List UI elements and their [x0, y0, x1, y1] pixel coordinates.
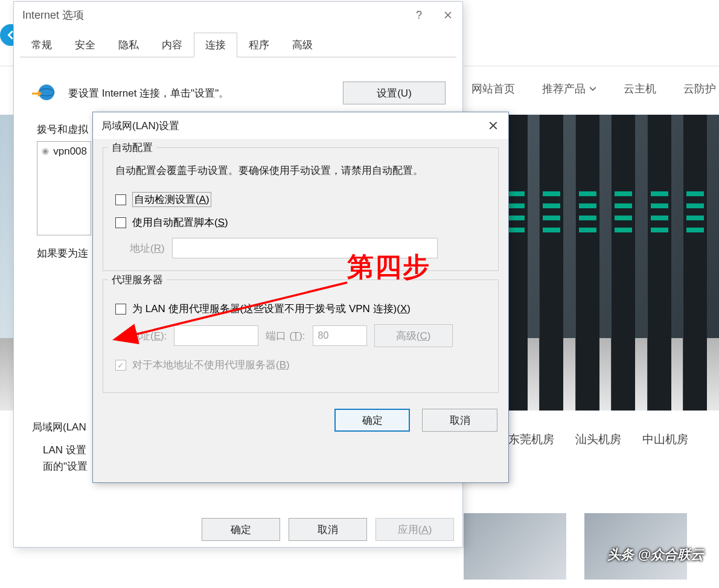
- nav-cloud-host[interactable]: 云主机: [624, 81, 656, 96]
- card-1[interactable]: [464, 513, 566, 580]
- lan-footer: 确定 取消: [93, 401, 508, 441]
- dialog-titlebar: Internet 选项 ?: [14, 2, 462, 28]
- bypass-local-label: 对于本地地址不使用代理服务器(B): [132, 358, 290, 372]
- parent-cancel-button[interactable]: 取消: [289, 518, 367, 541]
- lan-settings-dialog: 局域网(LAN)设置 自动配置 自动配置会覆盖手动设置。要确保使用手动设置，请禁…: [92, 112, 509, 483]
- auto-script-checkbox[interactable]: [115, 217, 126, 228]
- nav-cloud-protect[interactable]: 云防护: [683, 81, 716, 96]
- svg-point-3: [44, 150, 47, 153]
- tab-general[interactable]: 常规: [20, 33, 63, 57]
- dc-dongguan[interactable]: 东莞机房: [508, 432, 554, 447]
- auto-detect-checkbox[interactable]: [115, 194, 126, 205]
- lan-desc-1: LAN 设置: [43, 444, 86, 456]
- tab-content[interactable]: 内容: [150, 33, 194, 57]
- tab-advanced[interactable]: 高级: [281, 33, 324, 57]
- nav-home[interactable]: 网站首页: [471, 81, 515, 96]
- lan-title: 局域网(LAN)设置: [101, 119, 179, 133]
- proxy-port-input[interactable]: [313, 325, 367, 346]
- annotation-step4: 第四步: [347, 249, 430, 285]
- auto-config-hint: 自动配置会覆盖手动设置。要确保使用手动设置，请禁用自动配置。: [115, 162, 488, 179]
- list-item[interactable]: vpn008: [41, 145, 87, 158]
- tabs: 常规 安全 隐私 内容 连接 程序 高级: [20, 32, 456, 57]
- site-nav: 网站首页 推荐产品 云主机 云防护: [471, 81, 716, 96]
- proxy-port-label: 端口 (T):: [266, 329, 305, 343]
- proxy-group: 代理服务器 为 LAN 使用代理服务器(这些设置不用于拨号或 VPN 连接)(X…: [103, 280, 499, 393]
- tab-security[interactable]: 安全: [63, 33, 107, 57]
- tab-connections[interactable]: 连接: [194, 33, 237, 57]
- parent-footer: 确定 取消 应用(A): [14, 518, 462, 541]
- proxy-advanced-button: 高级(C): [374, 324, 453, 347]
- watermark: 头条 @众合联云: [607, 546, 704, 564]
- auto-config-group: 自动配置 自动配置会覆盖手动设置。要确保使用手动设置，请禁用自动配置。 自动检测…: [103, 147, 499, 271]
- close-icon[interactable]: [433, 2, 462, 28]
- proxy-addr-label: 地址(E):: [130, 329, 167, 343]
- dc-shantou[interactable]: 汕头机房: [575, 432, 621, 447]
- auto-script-label: 使用自动配置脚本(S): [132, 216, 228, 229]
- proxy-addr-input[interactable]: [174, 325, 258, 346]
- tab-privacy[interactable]: 隐私: [107, 33, 150, 57]
- auto-config-legend: 自动配置: [108, 141, 156, 155]
- dialog-title: Internet 选项: [22, 8, 84, 22]
- bypass-local-checkbox: [115, 360, 126, 371]
- parent-apply-button: 应用(A): [375, 518, 454, 541]
- proxy-legend: 代理服务器: [108, 273, 167, 287]
- globe-icon: [31, 80, 56, 106]
- script-addr-label: 地址(R): [130, 241, 165, 255]
- lan-desc-2: 面的"设置: [43, 461, 88, 472]
- lan-titlebar: 局域网(LAN)设置: [93, 112, 508, 139]
- use-proxy-label: 为 LAN 使用代理服务器(这些设置不用于拨号或 VPN 连接)(X): [132, 302, 411, 316]
- lan-ok-button[interactable]: 确定: [334, 409, 410, 432]
- lan-cancel-button[interactable]: 取消: [422, 409, 497, 432]
- connection-icon: [41, 146, 50, 157]
- help-icon[interactable]: ?: [404, 2, 433, 28]
- close-icon[interactable]: [478, 112, 508, 139]
- parent-ok-button[interactable]: 确定: [202, 518, 280, 541]
- dc-zhongshan[interactable]: 中山机房: [642, 432, 688, 447]
- auto-detect-label: 自动检测设置(A): [132, 192, 211, 207]
- setup-button[interactable]: 设置(U): [343, 81, 446, 104]
- svg-point-0: [39, 85, 54, 100]
- connections-list[interactable]: vpn008: [37, 141, 91, 235]
- nav-products[interactable]: 推荐产品: [542, 81, 596, 96]
- setup-text: 要设置 Internet 连接，单击"设置"。: [68, 86, 331, 100]
- lan-label: 局域网(LAN: [32, 419, 88, 435]
- use-proxy-checkbox[interactable]: [115, 304, 126, 315]
- tab-programs[interactable]: 程序: [237, 33, 281, 57]
